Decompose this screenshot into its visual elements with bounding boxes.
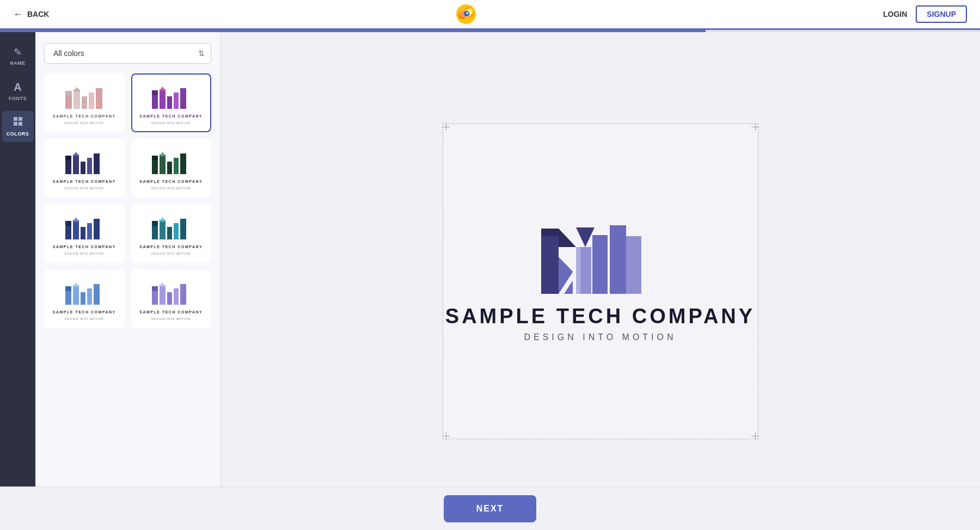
preview-tagline: DESIGN INTO MOTION: [524, 332, 676, 342]
svg-rect-10: [19, 122, 22, 126]
logo-mini-3: [60, 146, 109, 176]
svg-rect-62: [160, 285, 166, 305]
nav-auth: LOGIN SIGNUP: [883, 5, 967, 23]
card-7-name: SAMPLE TECH COMPANY: [53, 310, 116, 314]
logo-card-6[interactable]: SAMPLE TECH COMPANY DESIGN INTO MOTION: [131, 204, 212, 263]
svg-rect-53: [65, 289, 71, 305]
sidebar-item-name[interactable]: ✎ NAME: [2, 41, 34, 71]
svg-marker-42: [73, 217, 79, 221]
svg-rect-25: [65, 159, 71, 174]
svg-rect-17: [96, 88, 102, 109]
signup-button[interactable]: SIGNUP: [916, 5, 967, 23]
sidebar-item-colors-label: COLORS: [7, 131, 29, 137]
svg-rect-9: [14, 122, 17, 126]
logo-card-8[interactable]: SAMPLE TECH COMPANY DESIGN INTO MOTION: [131, 269, 212, 328]
card-8-tagline: DESIGN INTO MOTION: [151, 317, 191, 321]
login-button[interactable]: LOGIN: [883, 10, 907, 19]
svg-marker-56: [73, 282, 79, 287]
logo-mini-5: [60, 212, 109, 242]
svg-rect-24: [180, 88, 186, 109]
logo-mini-7: [60, 277, 109, 307]
back-button[interactable]: ← BACK: [13, 9, 49, 20]
back-label: BACK: [27, 10, 49, 19]
svg-rect-19: [152, 90, 158, 95]
bottom-bar: NEXT: [0, 486, 980, 530]
svg-rect-76: [576, 247, 580, 294]
logo-icon: [455, 3, 477, 26]
svg-rect-48: [160, 220, 166, 239]
card-8-name: SAMPLE TECH COMPANY: [139, 310, 203, 314]
svg-rect-8: [19, 117, 22, 121]
sidebar-item-name-label: NAME: [10, 60, 26, 66]
svg-rect-57: [81, 292, 85, 305]
svg-rect-68: [541, 229, 559, 236]
logo-mini-2: [146, 81, 195, 111]
next-button[interactable]: NEXT: [444, 495, 537, 522]
svg-rect-64: [167, 292, 172, 305]
card-1-name: SAMPLE TECH COMPANY: [53, 114, 116, 118]
progress-fill: [0, 30, 706, 32]
logo-card-2[interactable]: SAMPLE TECH COMPANY DESIGN INTO MOTION: [131, 73, 212, 132]
svg-rect-27: [73, 155, 79, 174]
svg-rect-40: [65, 221, 71, 226]
svg-marker-70: [559, 229, 576, 247]
progress-bar: [0, 30, 980, 32]
svg-marker-21: [160, 87, 166, 91]
svg-rect-39: [65, 224, 71, 239]
card-5-name: SAMPLE TECH COMPANY: [53, 245, 116, 249]
card-2-tagline: DESIGN INTO MOTION: [151, 121, 191, 125]
svg-rect-30: [87, 158, 92, 174]
color-filter-wrap: All colors Blue Purple Green Red Teal: [44, 43, 211, 64]
logo-card-4[interactable]: SAMPLE TECH COMPANY DESIGN INTO MOTION: [131, 139, 212, 198]
color-filter-select[interactable]: All colors Blue Purple Green Red Teal: [44, 43, 211, 64]
svg-rect-11: [65, 94, 72, 109]
svg-rect-52: [180, 219, 186, 239]
svg-rect-37: [174, 158, 179, 174]
logo-card-3[interactable]: SAMPLE TECH COMPANY DESIGN INTO MOTION: [44, 139, 125, 198]
corner-tr: [751, 123, 759, 131]
svg-rect-59: [94, 284, 100, 305]
svg-rect-72: [592, 235, 608, 294]
svg-rect-15: [82, 96, 87, 109]
logo-card-7[interactable]: SAMPLE TECH COMPANY DESIGN INTO MOTION: [44, 269, 125, 328]
svg-rect-13: [74, 89, 80, 109]
logo-mini-6: [146, 212, 195, 242]
back-arrow-icon: ←: [13, 9, 23, 20]
svg-rect-43: [81, 227, 85, 239]
logo-card-5[interactable]: SAMPLE TECH COMPANY DESIGN INTO MOTION: [44, 204, 125, 263]
svg-rect-26: [65, 156, 71, 161]
sidebar-item-fonts[interactable]: A FONTS: [2, 76, 34, 107]
svg-rect-32: [152, 159, 158, 174]
svg-rect-31: [94, 153, 100, 174]
card-3-tagline: DESIGN INTO MOTION: [65, 187, 104, 190]
card-2-name: SAMPLE TECH COMPANY: [139, 114, 203, 118]
svg-rect-20: [160, 89, 166, 109]
svg-point-6: [466, 12, 468, 14]
left-panel: All colors Blue Purple Green Red Teal: [35, 32, 220, 530]
svg-rect-44: [87, 223, 92, 239]
svg-rect-50: [167, 227, 172, 239]
logo-mini-4: [146, 146, 195, 176]
top-nav: ← BACK LOGIN SIGNUP: [0, 0, 980, 30]
app-logo: [455, 3, 477, 26]
card-4-tagline: DESIGN INTO MOTION: [151, 187, 191, 190]
logo-card-1[interactable]: SAMPLE TECH COMPANY DESIGN INTO MOTION: [44, 73, 125, 132]
card-1-tagline: DESIGN INTO MOTION: [65, 121, 104, 125]
preview-logo-container: SAMPLE TECH COMPANY DESIGN INTO MOTION: [445, 220, 755, 342]
fonts-icon: A: [14, 81, 21, 94]
card-5-tagline: DESIGN INTO MOTION: [65, 252, 104, 255]
preview-canvas: SAMPLE TECH COMPANY DESIGN INTO MOTION: [443, 124, 758, 439]
preview-company-name: SAMPLE TECH COMPANY: [445, 305, 755, 328]
svg-rect-45: [94, 219, 100, 239]
svg-rect-65: [174, 288, 179, 305]
svg-rect-54: [65, 286, 71, 291]
sidebar-item-colors[interactable]: COLORS: [2, 111, 34, 142]
logo-mini-1: [60, 81, 109, 111]
svg-rect-41: [73, 220, 79, 239]
card-6-name: SAMPLE TECH COMPANY: [139, 245, 203, 249]
corner-bl: [442, 432, 450, 440]
preview-area: SAMPLE TECH COMPANY DESIGN INTO MOTION: [220, 32, 980, 530]
svg-rect-73: [610, 225, 626, 294]
svg-rect-7: [14, 117, 17, 121]
logo-grid: SAMPLE TECH COMPANY DESIGN INTO MOTION: [44, 73, 211, 328]
